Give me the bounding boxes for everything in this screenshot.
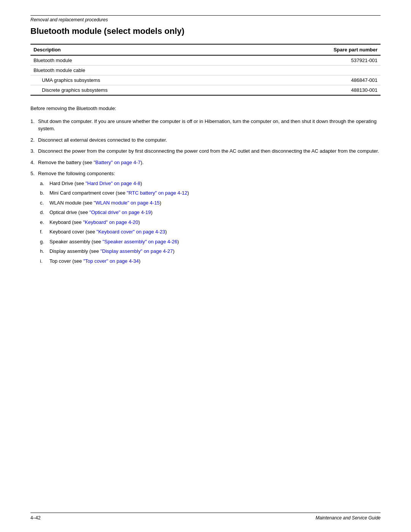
- list-item: 2.Disconnect all external devices connec…: [38, 136, 381, 144]
- before-text: Before removing the Bluetooth module:: [30, 105, 381, 112]
- sub-link-6[interactable]: "Speaker assembly" on page 4-26: [102, 239, 177, 244]
- list-number: 1.: [30, 118, 35, 125]
- top-rule: [30, 15, 381, 16]
- table-cell-description: UMA graphics subsystems: [30, 75, 246, 85]
- table-cell-description: Discrete graphics subsystems: [30, 85, 246, 96]
- battery-link[interactable]: "Battery" on page 4-7: [94, 160, 140, 165]
- list-item: 5.Remove the following components:a.Hard…: [38, 170, 381, 265]
- list-number: 3.: [30, 147, 35, 155]
- sub-list-item: e.Keyboard (see "Keyboard" on page 4-20): [49, 219, 381, 226]
- table-cell-spare-part: 488130-001: [246, 85, 381, 96]
- sub-link-3[interactable]: "Optical drive" on page 4-19: [89, 209, 151, 215]
- sub-list-item: i.Top cover (see "Top cover" on page 4-3…: [49, 257, 381, 265]
- list-number: 5.: [30, 170, 35, 177]
- sub-list-item: b.Mini Card compartment cover (see "RTC …: [49, 189, 381, 197]
- list-content: Remove the battery (see "Battery" on pag…: [38, 159, 381, 166]
- sub-letter: f.: [40, 228, 43, 236]
- sub-link-5[interactable]: "Keyboard cover" on page 4-23: [97, 229, 166, 235]
- list-number: 2.: [30, 136, 35, 144]
- footer-guide-title: Maintenance and Service Guide: [315, 515, 381, 521]
- sub-letter: i.: [40, 257, 43, 265]
- list-item: 3.Disconnect the power from the computer…: [38, 147, 381, 155]
- sub-link-4[interactable]: "Keyboard" on page 4-20: [83, 219, 138, 225]
- sub-content: Speaker assembly (see "Speaker assembly"…: [49, 239, 179, 244]
- sub-list-item: c.WLAN module (see "WLAN module" on page…: [49, 199, 381, 207]
- footer-page-number: 4–42: [30, 515, 41, 521]
- list-content: Disconnect all external devices connecte…: [38, 136, 381, 144]
- sub-letter: c.: [40, 199, 44, 207]
- sub-letter: h.: [40, 248, 44, 255]
- col-spare-part: Spare part number: [246, 44, 381, 55]
- sub-letter: d.: [40, 209, 44, 216]
- page-footer: 4–42 Maintenance and Service Guide: [30, 513, 381, 521]
- table-cell-spare-part: 486847-001: [246, 75, 381, 85]
- table-row: Bluetooth module537921-001: [30, 55, 381, 66]
- table-cell-description: Bluetooth module: [30, 55, 246, 66]
- sub-list-item: g.Speaker assembly (see "Speaker assembl…: [49, 238, 381, 246]
- table-row: Bluetooth module cable: [30, 66, 381, 75]
- sub-content: Mini Card compartment cover (see "RTC ba…: [49, 190, 189, 196]
- table-cell-description: Bluetooth module cable: [30, 66, 246, 75]
- sub-content: Display assembly (see "Display assembly"…: [49, 248, 175, 254]
- sub-letter: e.: [40, 219, 44, 226]
- list-content: Remove the following components:a.Hard D…: [38, 170, 381, 265]
- table-cell-spare-part: [246, 66, 381, 75]
- sub-link-8[interactable]: "Top cover" on page 4-34: [83, 258, 139, 264]
- sub-content: Top cover (see "Top cover" on page 4-34): [49, 258, 140, 264]
- main-steps-list: 1.Shut down the computer. If you are uns…: [38, 118, 381, 265]
- page-container: Removal and replacement procedures Bluet…: [0, 0, 411, 532]
- sub-letter: a.: [40, 180, 44, 187]
- sub-content: Keyboard (see "Keyboard" on page 4-20): [49, 219, 140, 225]
- sub-letter: g.: [40, 238, 44, 246]
- sub-letter: b.: [40, 189, 44, 197]
- sub-list-item: a.Hard Drive (see "Hard Drive" on page 4…: [49, 180, 381, 187]
- page-title: Bluetooth module (select models only): [30, 26, 381, 36]
- sub-content: Hard Drive (see "Hard Drive" on page 4-8…: [49, 181, 142, 186]
- list-item: 1.Shut down the computer. If you are uns…: [38, 118, 381, 133]
- sub-content: Keyboard cover (see "Keyboard cover" on …: [49, 229, 167, 235]
- sub-content: Optical drive (see "Optical drive" on pa…: [49, 209, 153, 215]
- sub-list-item: d.Optical drive (see "Optical drive" on …: [49, 209, 381, 216]
- sub-link-2[interactable]: "WLAN module" on page 4-15: [94, 200, 159, 206]
- list-content: Disconnect the power from the computer b…: [38, 147, 381, 155]
- breadcrumb: Removal and replacement procedures: [30, 17, 381, 22]
- table-row: Discrete graphics subsystems488130-001: [30, 85, 381, 96]
- sub-link-0[interactable]: "Hard Drive" on page 4-8: [86, 181, 140, 186]
- sub-steps-list: a.Hard Drive (see "Hard Drive" on page 4…: [49, 180, 381, 265]
- sub-list-item: h.Display assembly (see "Display assembl…: [49, 248, 381, 255]
- list-content: Shut down the computer. If you are unsur…: [38, 118, 381, 133]
- sub-link-1[interactable]: "RTC battery" on page 4-12: [127, 190, 187, 196]
- list-number: 4.: [30, 159, 35, 166]
- sub-list-item: f.Keyboard cover (see "Keyboard cover" o…: [49, 228, 381, 236]
- list-item: 4.Remove the battery (see "Battery" on p…: [38, 159, 381, 166]
- sub-content: WLAN module (see "WLAN module" on page 4…: [49, 200, 161, 206]
- sub-link-7[interactable]: "Display assembly" on page 4-27: [100, 248, 173, 254]
- table-cell-spare-part: 537921-001: [246, 55, 381, 66]
- col-description: Description: [30, 44, 246, 55]
- table-row: UMA graphics subsystems486847-001: [30, 75, 381, 85]
- parts-table: Description Spare part number Bluetooth …: [30, 44, 381, 96]
- table-header-row: Description Spare part number: [30, 44, 381, 55]
